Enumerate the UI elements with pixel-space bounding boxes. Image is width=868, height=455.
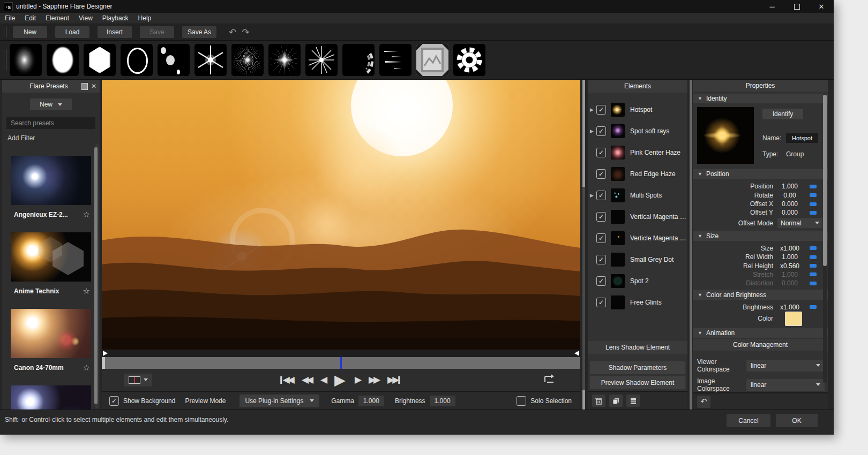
cancel-button[interactable]: Cancel	[727, 414, 770, 427]
brightness-value[interactable]: 1.000	[430, 396, 455, 406]
slider-handle[interactable]	[810, 193, 817, 197]
preset-item[interactable]: Anime Technix ☆	[2, 232, 100, 296]
gamma-value[interactable]: 1.000	[358, 396, 384, 406]
spots-element-icon[interactable]	[158, 44, 190, 76]
rewind-button[interactable]: ◀◀	[302, 374, 313, 385]
new-button[interactable]: New	[13, 26, 47, 38]
collapse-triangle-icon[interactable]: ▼	[698, 96, 702, 101]
minimize-button[interactable]: ─	[760, 0, 784, 13]
collapse-triangle-icon[interactable]: ▼	[698, 171, 702, 177]
expand-triangle-icon[interactable]: ▶	[590, 193, 596, 198]
range-end-marker[interactable]	[574, 351, 579, 356]
element-checkbox[interactable]: ✓	[596, 169, 606, 179]
expand-triangle-icon[interactable]: ▶	[590, 128, 596, 134]
load-button[interactable]: Load	[55, 26, 89, 38]
duplicate-panel-icon[interactable]	[81, 83, 88, 90]
preset-thumbnail[interactable]	[11, 156, 91, 205]
element-row-multi-spots[interactable]: ▶ ✓ Multi Spots	[588, 185, 687, 206]
menu-playback[interactable]: Playback	[98, 14, 133, 22]
go-to-start-button[interactable]: ◀◀	[279, 374, 295, 385]
element-checkbox[interactable]: ✓	[596, 255, 606, 264]
range-start-marker[interactable]	[103, 351, 108, 356]
element-checkbox[interactable]: ✓	[596, 105, 606, 115]
collapse-triangle-icon[interactable]: ▼	[698, 330, 702, 336]
go-to-end-button[interactable]: ▶▶	[387, 374, 403, 385]
copy-element-button[interactable]	[609, 395, 623, 407]
preset-item[interactable]	[2, 385, 100, 410]
menu-help[interactable]: Help	[133, 14, 156, 22]
ellipse-element-icon[interactable]	[47, 44, 79, 76]
collapse-triangle-icon[interactable]: ▼	[698, 292, 702, 298]
gear-icon[interactable]	[453, 44, 485, 76]
preview-shadow-element-button[interactable]: Preview Shadow Element	[590, 376, 685, 389]
slider-handle[interactable]	[810, 255, 817, 259]
ok-button[interactable]: OK	[776, 414, 818, 427]
preset-thumbnail[interactable]	[11, 232, 91, 282]
slider-handle[interactable]	[810, 211, 817, 215]
offset-mode-dropdown[interactable]: Normal	[777, 218, 822, 228]
slider-handle[interactable]	[810, 282, 817, 285]
toolbar-grip[interactable]	[4, 27, 6, 37]
preview-mode-label[interactable]: Preview Mode	[185, 397, 226, 405]
element-row-red-edge-haze[interactable]: ✓ Red Edge Haze	[588, 163, 687, 185]
search-input[interactable]	[6, 119, 95, 127]
color-swatch[interactable]	[785, 312, 802, 326]
play-button[interactable]: ▶	[334, 371, 348, 389]
position-section-header[interactable]: ▼ Position	[693, 169, 828, 179]
arc-element-icon[interactable]	[342, 44, 375, 76]
element-checkbox[interactable]: ✓	[596, 148, 606, 157]
show-background-checkbox[interactable]: ✓	[109, 396, 119, 406]
polygon-element-icon[interactable]	[84, 44, 116, 76]
element-row-spot-2[interactable]: ✓ Spot 2	[588, 270, 687, 292]
element-row-spot-soft-rays[interactable]: ▶ ✓ Spot soft rays	[588, 120, 687, 142]
step-forward-button[interactable]: ▶	[355, 374, 362, 385]
shadow-parameters-button[interactable]: Shadow Parameters	[590, 361, 685, 374]
identify-button[interactable]: Identify	[762, 109, 803, 119]
element-row-pink-center-haze[interactable]: ✓ Pink Center Haze	[588, 142, 687, 163]
panel-splitter[interactable]	[582, 80, 585, 410]
element-checkbox[interactable]: ✓	[596, 191, 606, 200]
favorite-star-icon[interactable]: ☆	[83, 363, 90, 373]
element-checkbox[interactable]: ✓	[596, 212, 606, 222]
slider-handle[interactable]	[810, 246, 817, 250]
slider-handle[interactable]	[810, 305, 817, 309]
param-value[interactable]: x0.560	[773, 262, 806, 270]
step-back-button[interactable]: ◀	[320, 374, 327, 385]
element-row-hotspot[interactable]: ▶ ✓ Hotspot	[588, 99, 687, 120]
expand-triangle-icon[interactable]: ▶	[590, 107, 596, 112]
add-filter-link[interactable]: Add Filter	[8, 134, 100, 142]
element-checkbox[interactable]: ✓	[596, 126, 606, 136]
preset-scrollbar-thumb[interactable]	[94, 147, 98, 404]
soft-rays-element-icon[interactable]	[268, 44, 301, 76]
size-section-header[interactable]: ▼ Size	[693, 231, 828, 240]
glow-element-icon[interactable]	[10, 44, 42, 76]
viewer-colorspace-dropdown[interactable]: linear	[746, 360, 825, 371]
color-brightness-section-header[interactable]: ▼ Color and Brightness	[693, 290, 828, 299]
properties-scrollbar-thumb[interactable]	[823, 95, 827, 266]
solo-selection-checkbox[interactable]	[517, 396, 526, 406]
timeline-scrubber[interactable]	[102, 357, 580, 369]
slider-handle[interactable]	[810, 272, 817, 276]
redo-icon[interactable]: ↷	[242, 27, 255, 37]
timeline-range-strip[interactable]	[102, 350, 580, 357]
icon-toolbar-grip[interactable]	[4, 49, 6, 71]
multi-glint-element-icon[interactable]	[305, 44, 338, 76]
name-input[interactable]: Hotspot	[786, 133, 818, 143]
animation-section-header[interactable]: ▼ Animation	[693, 328, 828, 338]
image-colorspace-dropdown[interactable]: linear	[746, 379, 825, 391]
slider-handle[interactable]	[810, 202, 817, 206]
favorite-star-icon[interactable]: ☆	[83, 210, 90, 219]
fast-forward-button[interactable]: ▶▶	[369, 374, 380, 385]
param-value[interactable]: 1.000	[773, 183, 806, 190]
element-checkbox[interactable]: ✓	[596, 276, 606, 286]
delete-element-button[interactable]	[592, 395, 605, 407]
menu-view[interactable]: View	[74, 14, 98, 22]
loop-playback-button[interactable]	[543, 374, 556, 385]
close-panel-icon[interactable]: ✕	[91, 82, 96, 90]
param-value[interactable]: x1.000	[773, 304, 806, 311]
preset-item[interactable]: Canon 24-70mm ☆	[2, 309, 100, 373]
identity-section-header[interactable]: ▼ Identity	[693, 94, 828, 103]
element-row-small-grey-dot[interactable]: ✓ Small Grey Dot	[588, 249, 687, 270]
preset-thumbnail[interactable]	[11, 385, 91, 410]
reset-undo-button[interactable]: ↶	[697, 396, 710, 408]
